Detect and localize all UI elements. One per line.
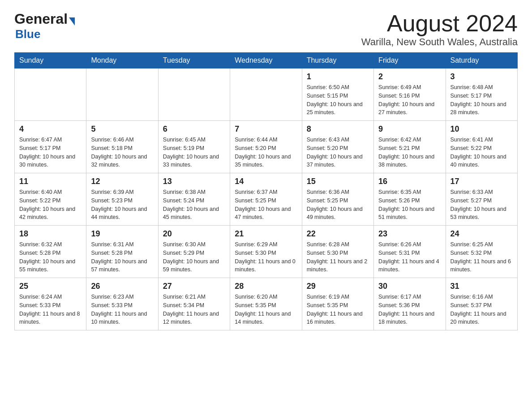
day-of-week-header: Monday <box>86 53 158 68</box>
calendar-cell: 4Sunrise: 6:47 AM Sunset: 5:17 PM Daylig… <box>15 121 86 173</box>
calendar-cell: 28Sunrise: 6:20 AM Sunset: 5:35 PM Dayli… <box>230 278 302 330</box>
calendar-week-row: 1Sunrise: 6:50 AM Sunset: 5:15 PM Daylig… <box>15 68 518 121</box>
day-info: Sunrise: 6:25 AM Sunset: 5:32 PM Dayligh… <box>450 240 513 274</box>
day-info: Sunrise: 6:32 AM Sunset: 5:28 PM Dayligh… <box>19 240 82 274</box>
day-number: 8 <box>307 124 369 134</box>
calendar-cell: 1Sunrise: 6:50 AM Sunset: 5:15 PM Daylig… <box>302 68 373 121</box>
day-number: 16 <box>378 177 441 186</box>
calendar-cell: 9Sunrise: 6:42 AM Sunset: 5:21 PM Daylig… <box>374 121 446 173</box>
calendar-cell: 11Sunrise: 6:40 AM Sunset: 5:22 PM Dayli… <box>15 173 86 226</box>
day-number: 7 <box>235 124 297 134</box>
day-number: 19 <box>91 229 153 239</box>
day-number: 9 <box>378 124 441 134</box>
calendar-cell: 12Sunrise: 6:39 AM Sunset: 5:23 PM Dayli… <box>86 173 158 226</box>
day-number: 30 <box>378 282 441 291</box>
day-number: 12 <box>91 177 153 186</box>
logo: General Blue <box>14 11 75 41</box>
calendar-cell: 26Sunrise: 6:23 AM Sunset: 5:33 PM Dayli… <box>86 278 158 330</box>
day-number: 25 <box>19 282 82 291</box>
calendar-cell: 31Sunrise: 6:16 AM Sunset: 5:37 PM Dayli… <box>446 278 517 330</box>
day-info: Sunrise: 6:38 AM Sunset: 5:24 PM Dayligh… <box>163 188 225 222</box>
day-info: Sunrise: 6:50 AM Sunset: 5:15 PM Dayligh… <box>307 83 369 117</box>
calendar-cell: 19Sunrise: 6:31 AM Sunset: 5:28 PM Dayli… <box>86 226 158 278</box>
day-number: 1 <box>307 72 369 81</box>
calendar-cell: 18Sunrise: 6:32 AM Sunset: 5:28 PM Dayli… <box>15 226 86 278</box>
day-info: Sunrise: 6:39 AM Sunset: 5:23 PM Dayligh… <box>91 188 153 222</box>
day-number: 15 <box>307 177 369 186</box>
day-number: 24 <box>450 229 513 239</box>
day-of-week-header: Thursday <box>302 53 373 68</box>
day-info: Sunrise: 6:29 AM Sunset: 5:30 PM Dayligh… <box>235 240 297 274</box>
page-header: General Blue August 2024 Warilla, New So… <box>14 11 518 48</box>
calendar-cell <box>15 68 86 121</box>
calendar-cell: 7Sunrise: 6:44 AM Sunset: 5:20 PM Daylig… <box>230 121 302 173</box>
day-info: Sunrise: 6:24 AM Sunset: 5:33 PM Dayligh… <box>19 293 82 326</box>
day-info: Sunrise: 6:47 AM Sunset: 5:17 PM Dayligh… <box>19 136 82 169</box>
calendar-cell: 6Sunrise: 6:45 AM Sunset: 5:19 PM Daylig… <box>158 121 230 173</box>
calendar-cell: 24Sunrise: 6:25 AM Sunset: 5:32 PM Dayli… <box>446 226 517 278</box>
day-number: 18 <box>19 229 82 239</box>
calendar-table: SundayMondayTuesdayWednesdayThursdayFrid… <box>14 52 518 330</box>
day-of-week-header: Wednesday <box>230 53 302 68</box>
day-info: Sunrise: 6:42 AM Sunset: 5:21 PM Dayligh… <box>378 136 441 169</box>
day-number: 14 <box>235 177 297 186</box>
day-number: 29 <box>307 282 369 291</box>
day-number: 22 <box>307 229 369 239</box>
day-info: Sunrise: 6:21 AM Sunset: 5:34 PM Dayligh… <box>163 293 225 326</box>
title-area: August 2024 Warilla, New South Wales, Au… <box>361 11 518 48</box>
calendar-cell: 16Sunrise: 6:35 AM Sunset: 5:26 PM Dayli… <box>374 173 446 226</box>
calendar-week-row: 18Sunrise: 6:32 AM Sunset: 5:28 PM Dayli… <box>15 226 518 278</box>
day-number: 3 <box>450 72 513 81</box>
calendar-cell <box>86 68 158 121</box>
day-info: Sunrise: 6:46 AM Sunset: 5:18 PM Dayligh… <box>91 136 153 169</box>
day-number: 5 <box>91 124 153 134</box>
calendar-cell: 22Sunrise: 6:28 AM Sunset: 5:30 PM Dayli… <box>302 226 373 278</box>
day-info: Sunrise: 6:40 AM Sunset: 5:22 PM Dayligh… <box>19 188 82 222</box>
day-info: Sunrise: 6:48 AM Sunset: 5:17 PM Dayligh… <box>450 83 513 117</box>
day-number: 13 <box>163 177 225 186</box>
day-info: Sunrise: 6:43 AM Sunset: 5:20 PM Dayligh… <box>307 136 369 169</box>
day-info: Sunrise: 6:45 AM Sunset: 5:19 PM Dayligh… <box>163 136 225 169</box>
day-info: Sunrise: 6:19 AM Sunset: 5:35 PM Dayligh… <box>307 293 369 326</box>
day-info: Sunrise: 6:35 AM Sunset: 5:26 PM Dayligh… <box>378 188 441 222</box>
calendar-week-row: 4Sunrise: 6:47 AM Sunset: 5:17 PM Daylig… <box>15 121 518 173</box>
calendar-cell: 29Sunrise: 6:19 AM Sunset: 5:35 PM Dayli… <box>302 278 373 330</box>
day-info: Sunrise: 6:33 AM Sunset: 5:27 PM Dayligh… <box>450 188 513 222</box>
day-info: Sunrise: 6:28 AM Sunset: 5:30 PM Dayligh… <box>307 240 369 274</box>
day-info: Sunrise: 6:37 AM Sunset: 5:25 PM Dayligh… <box>235 188 297 222</box>
calendar-header-row: SundayMondayTuesdayWednesdayThursdayFrid… <box>15 53 518 68</box>
logo-arrow-icon <box>69 17 75 26</box>
calendar-cell: 17Sunrise: 6:33 AM Sunset: 5:27 PM Dayli… <box>446 173 517 226</box>
day-info: Sunrise: 6:23 AM Sunset: 5:33 PM Dayligh… <box>91 293 153 326</box>
calendar-cell: 2Sunrise: 6:49 AM Sunset: 5:16 PM Daylig… <box>374 68 446 121</box>
day-info: Sunrise: 6:30 AM Sunset: 5:29 PM Dayligh… <box>163 240 225 274</box>
calendar-cell: 13Sunrise: 6:38 AM Sunset: 5:24 PM Dayli… <box>158 173 230 226</box>
day-of-week-header: Saturday <box>446 53 517 68</box>
month-title: August 2024 <box>361 11 518 36</box>
calendar-cell: 3Sunrise: 6:48 AM Sunset: 5:17 PM Daylig… <box>446 68 517 121</box>
day-info: Sunrise: 6:16 AM Sunset: 5:37 PM Dayligh… <box>450 293 513 326</box>
day-number: 23 <box>378 229 441 239</box>
day-number: 2 <box>378 72 441 81</box>
calendar-cell: 23Sunrise: 6:26 AM Sunset: 5:31 PM Dayli… <box>374 226 446 278</box>
day-of-week-header: Tuesday <box>158 53 230 68</box>
day-number: 6 <box>163 124 225 134</box>
day-number: 4 <box>19 124 82 134</box>
day-info: Sunrise: 6:41 AM Sunset: 5:22 PM Dayligh… <box>450 136 513 169</box>
day-number: 10 <box>450 124 513 134</box>
day-info: Sunrise: 6:49 AM Sunset: 5:16 PM Dayligh… <box>378 83 441 117</box>
calendar-week-row: 25Sunrise: 6:24 AM Sunset: 5:33 PM Dayli… <box>15 278 518 330</box>
day-number: 17 <box>450 177 513 186</box>
calendar-cell: 10Sunrise: 6:41 AM Sunset: 5:22 PM Dayli… <box>446 121 517 173</box>
day-number: 26 <box>91 282 153 291</box>
day-number: 28 <box>235 282 297 291</box>
calendar-cell <box>158 68 230 121</box>
calendar-cell: 25Sunrise: 6:24 AM Sunset: 5:33 PM Dayli… <box>15 278 86 330</box>
calendar-week-row: 11Sunrise: 6:40 AM Sunset: 5:22 PM Dayli… <box>15 173 518 226</box>
day-info: Sunrise: 6:20 AM Sunset: 5:35 PM Dayligh… <box>235 293 297 326</box>
calendar-cell: 15Sunrise: 6:36 AM Sunset: 5:25 PM Dayli… <box>302 173 373 226</box>
calendar-cell: 20Sunrise: 6:30 AM Sunset: 5:29 PM Dayli… <box>158 226 230 278</box>
location-subtitle: Warilla, New South Wales, Australia <box>361 36 518 48</box>
calendar-cell: 5Sunrise: 6:46 AM Sunset: 5:18 PM Daylig… <box>86 121 158 173</box>
day-number: 31 <box>450 282 513 291</box>
